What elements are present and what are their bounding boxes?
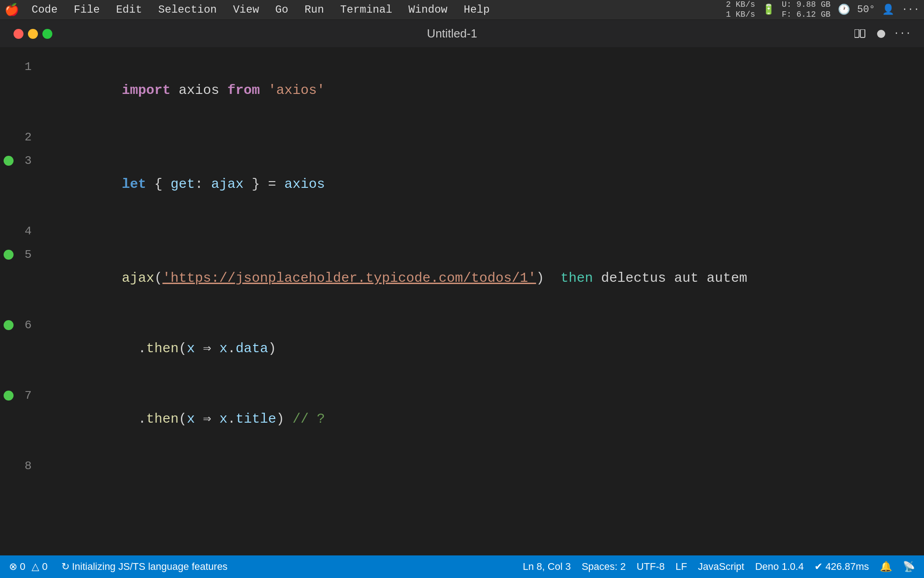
minimize-button[interactable] [28,29,38,39]
warning-number: 0 [42,561,47,573]
svg-rect-1 [860,29,865,37]
line-content-1: import axios from 'axios' [41,55,924,126]
code-lines-container: 1 import axios from 'axios' 2 3 [0,48,924,485]
more-options-button[interactable]: ··· [894,26,910,42]
editor-tab-title[interactable]: Untitled-1 [427,27,477,41]
maximize-button[interactable] [42,29,52,39]
token-import: import [122,83,171,98]
menu-view[interactable]: View [225,2,267,18]
statusbar: ⊗ 0 △ 0 ↻ Initializing JS/TS language fe… [0,555,924,578]
error-count[interactable]: ⊗ 0 △ 0 [9,561,48,573]
split-editor-button[interactable] [852,26,868,42]
notifications-icon[interactable]: 🔔 [880,561,892,573]
menu-help[interactable]: Help [456,2,498,18]
code-line-5: 5 ajax('https://jsonplaceholder.typicode… [0,243,924,313]
close-button[interactable] [14,29,23,39]
network-stats: 2 KB/s1 KB/s [726,0,755,19]
sync-icon: ↻ [61,561,69,573]
line-content-6: .then(x ⇒ x.data) [41,313,924,384]
warning-icon: △ [32,561,39,573]
clock-icon: 🕐 [838,4,850,16]
breakpoint-7[interactable] [4,391,14,401]
code-line-6: 6 .then(x ⇒ x.data) [0,313,924,384]
cursor-position[interactable]: Ln 8, Col 3 [523,561,571,573]
menu-go[interactable]: Go [267,2,296,18]
error-icon: ⊗ [9,561,17,573]
indentation[interactable]: Spaces: 2 [582,561,626,573]
line-number-6: 6 [0,313,41,337]
line-content-7: .then(x ⇒ x.title) // ? [41,384,924,454]
code-line-2: 2 [0,126,924,149]
menu-edit[interactable]: Edit [108,2,150,18]
menu-selection[interactable]: Selection [150,2,225,18]
error-number: 0 [20,561,25,573]
broadcast-icon[interactable]: 📡 [903,561,915,573]
sync-status: ↻ Initializing JS/TS language features [61,561,228,573]
line-content-5: ajax('https://jsonplaceholder.typicode.c… [41,243,924,313]
check-icon: ✔ [814,561,822,573]
statusbar-right: Ln 8, Col 3 Spaces: 2 UTF-8 LF JavaScrip… [523,561,915,573]
editor-header: Untitled-1 ··· [0,20,924,48]
runtime-version[interactable]: Deno 1.0.4 [755,561,804,573]
more-icon[interactable]: ··· [901,4,919,15]
code-editor[interactable]: 1 import axios from 'axios' 2 3 [0,48,924,555]
code-line-1: 1 import axios from 'axios' [0,55,924,126]
menu-code[interactable]: Code [23,2,66,18]
menu-terminal[interactable]: Terminal [332,2,400,18]
line-content-3: let { get: ajax } = axios [41,149,924,219]
menu-window[interactable]: Window [400,2,455,18]
line-number-3: 3 [0,149,41,172]
menubar: 🍎 Code File Edit Selection View Go Run T… [0,0,924,20]
main-content: Untitled-1 ··· 1 import axios from 'axi [0,20,924,555]
language-mode[interactable]: JavaScript [698,561,744,573]
menu-run[interactable]: Run [296,2,332,18]
breakpoint-3[interactable] [4,156,14,166]
traffic-lights [14,29,52,39]
code-line-4: 4 [0,219,924,243]
storage-stats: U: 9.88 GBF: 6.12 GB [782,0,831,19]
line-ending[interactable]: LF [675,561,687,573]
breakpoint-6[interactable] [4,320,14,330]
svg-rect-0 [855,29,859,37]
avatar-icon: 👤 [882,4,894,16]
editor-actions: ··· [852,26,910,42]
battery-icon: 🔋 [762,4,775,16]
temperature: 50° [857,4,875,15]
line-number-4: 4 [0,219,41,243]
menu-file[interactable]: File [66,2,108,18]
breakpoint-5[interactable] [4,250,14,260]
apple-menu-icon[interactable]: 🍎 [5,3,19,17]
code-line-7: 7 .then(x ⇒ x.title) // ? [0,384,924,454]
sync-text: Initializing JS/TS language features [72,561,228,573]
encoding[interactable]: UTF-8 [637,561,665,573]
unsaved-indicator [877,30,885,38]
line-number-2: 2 [0,126,41,149]
line-number-8: 8 [0,454,41,478]
perf-value: 426.87ms [825,561,869,573]
line-number-7: 7 [0,384,41,407]
code-line-8: 8 [0,454,924,478]
code-line-3: 3 let { get: ajax } = axios [0,149,924,219]
perf-timing: ✔ 426.87ms [814,561,869,573]
line-number-5: 5 [0,243,41,266]
line-number-1: 1 [0,55,41,79]
menu-right-section: 2 KB/s1 KB/s 🔋 U: 9.88 GBF: 6.12 GB 🕐 50… [726,0,919,19]
